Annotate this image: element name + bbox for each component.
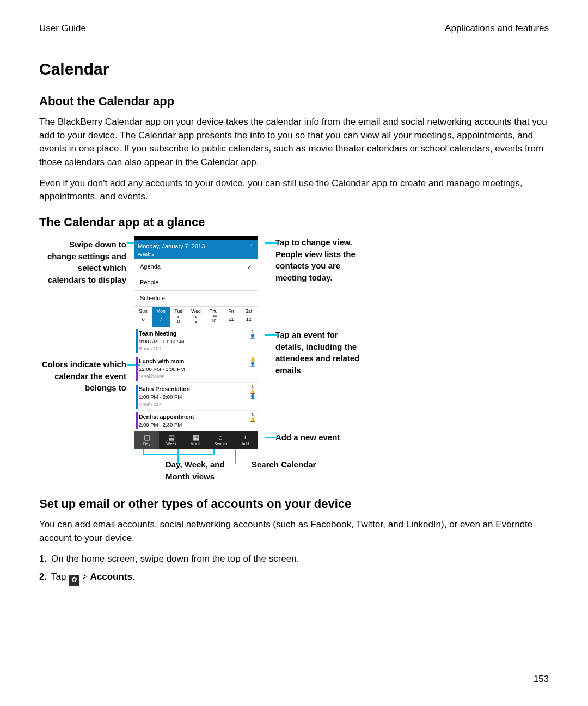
callout-view: Tap to change view. People view lists th… xyxy=(275,236,368,307)
event-loc: Steakhouse xyxy=(139,373,254,380)
week-icon: ▤ xyxy=(159,433,183,441)
callout-swipe: Swipe down to change settings and select… xyxy=(39,239,126,304)
step-text: > xyxy=(82,571,90,582)
callout-add: Add a new event xyxy=(275,431,368,453)
event-color-bar xyxy=(136,385,138,409)
step-1: 1.On the home screen, swipe down from th… xyxy=(39,552,549,566)
wn-6[interactable]: 12 xyxy=(240,315,258,327)
header-right: Applications and features xyxy=(445,22,549,35)
header-left: User Guide xyxy=(39,22,86,35)
event-icons: ↻🔔👤 xyxy=(250,385,255,399)
wd-sun[interactable]: Sun xyxy=(134,307,152,315)
wd-fri[interactable]: Fri xyxy=(222,307,240,315)
btn-week[interactable]: ▤Week xyxy=(159,431,183,449)
wn-0[interactable]: 6 xyxy=(134,315,152,327)
setup-heading: Set up email or other types of accounts … xyxy=(39,495,549,513)
callout-views: Day, Week, and Month views xyxy=(166,459,231,483)
accounts-label: Accounts xyxy=(90,571,132,582)
search-icon: ⌕ xyxy=(209,433,233,441)
btn-label: Week xyxy=(166,441,176,446)
event-color-bar xyxy=(136,329,138,353)
plus-icon: + xyxy=(233,433,258,441)
event-2[interactable]: Sales Presentation 1:00 PM - 2:00 PM Roo… xyxy=(134,382,258,410)
wn-2[interactable]: 8 xyxy=(170,315,187,327)
wn-1[interactable]: 7 xyxy=(152,315,169,327)
figure: Swipe down to change settings and select… xyxy=(39,236,549,453)
setup-p1: You can add email accounts, social netwo… xyxy=(39,518,549,545)
phone-date: Monday, January 7, 2013 xyxy=(138,242,254,251)
page-number: 153 xyxy=(534,673,549,686)
event-time: 12:00 PM - 1:00 PM xyxy=(139,366,254,373)
btn-day[interactable]: ▢Day xyxy=(134,431,159,449)
callout-event: Tap an event for details, including the … xyxy=(275,329,368,389)
event-time: 2:00 PM - 2:30 PM xyxy=(139,421,254,429)
wn-3[interactable]: 9 xyxy=(187,315,205,327)
weekday-row: Sun Mon Tue Wed Thu Fri Sat xyxy=(134,307,258,315)
wd-sat[interactable]: Sat xyxy=(240,307,258,315)
weeknum-row: 6 7 8 9 10 11 12 xyxy=(134,315,258,327)
month-icon: ▦ xyxy=(183,433,208,441)
phone-bottombar: ▢Day ▤Week ▦Month ⌕Search +Add xyxy=(134,431,258,449)
btn-search[interactable]: ⌕Search xyxy=(209,431,233,449)
event-loc: Room 214 xyxy=(139,401,254,408)
day-icon: ▢ xyxy=(134,433,159,441)
event-time: 9:00 AM - 10:30 AM xyxy=(139,338,254,345)
event-title: Sales Presentation xyxy=(139,385,254,393)
event-time: 1:00 PM - 2:00 PM xyxy=(139,393,254,401)
btn-label: Add xyxy=(242,441,249,446)
event-title: Team Meeting xyxy=(139,330,254,338)
event-0[interactable]: Team Meeting 9:00 AM - 10:30 AM Room 101… xyxy=(134,327,258,355)
event-title: Lunch with mom xyxy=(139,357,254,366)
event-1[interactable]: Lunch with mom 12:00 PM - 1:00 PM Steakh… xyxy=(134,355,258,382)
event-icons: ↻👤 xyxy=(250,329,255,339)
event-icons: ↻🔔 xyxy=(250,412,255,422)
event-color-bar xyxy=(136,412,138,429)
about-heading: About the Calendar app xyxy=(39,93,549,110)
event-title: Dentist appointment xyxy=(139,413,254,421)
wd-wed[interactable]: Wed xyxy=(187,307,205,315)
menu-people[interactable]: People xyxy=(134,275,258,291)
wn-4[interactable]: 10 xyxy=(205,315,222,327)
chevron-up-icon[interactable]: ⌃ xyxy=(249,242,254,251)
btn-label: Month xyxy=(191,441,202,446)
about-p1: The BlackBerry Calendar app on your devi… xyxy=(39,115,549,169)
event-color-bar xyxy=(136,357,138,381)
phone-datebar[interactable]: Monday, January 7, 2013 Week 2 ⌃ xyxy=(134,240,258,259)
phone-week: Week 2 xyxy=(138,251,254,258)
wn-5[interactable]: 11 xyxy=(222,315,240,327)
btn-label: Search xyxy=(214,441,227,446)
event-3[interactable]: Dentist appointment 2:00 PM - 2:30 PM ↻🔔 xyxy=(134,410,258,431)
glance-heading: The Calendar app at a glance xyxy=(39,214,549,231)
event-icons: 🔔👤 xyxy=(250,357,255,367)
wd-tue[interactable]: Tue xyxy=(170,307,187,315)
step-text: On the home screen, swipe down from the … xyxy=(51,553,299,564)
callout-colors: Colors indicate which calendar the event… xyxy=(39,358,126,407)
phone-mock: Monday, January 7, 2013 Week 2 ⌃ Agenda … xyxy=(134,236,258,453)
menu-schedule[interactable]: Schedule xyxy=(134,291,258,307)
wd-thu[interactable]: Thu xyxy=(205,307,222,315)
btn-add[interactable]: +Add xyxy=(233,431,258,449)
step-text: Tap xyxy=(51,571,69,582)
event-loc: Room 101 xyxy=(139,345,254,352)
btn-label: Day xyxy=(143,441,150,446)
page-title: Calendar xyxy=(39,57,549,81)
wd-mon[interactable]: Mon xyxy=(152,307,169,315)
menu-agenda[interactable]: Agenda xyxy=(134,259,258,275)
step-2: 2. Tap ✿ > Accounts. xyxy=(39,570,549,585)
about-p2: Even if you don't add any accounts to yo… xyxy=(39,177,549,204)
gear-icon: ✿ xyxy=(69,575,79,586)
callout-search: Search Calendar xyxy=(252,459,317,483)
step-text: . xyxy=(132,571,135,582)
btn-month[interactable]: ▦Month xyxy=(183,431,208,449)
